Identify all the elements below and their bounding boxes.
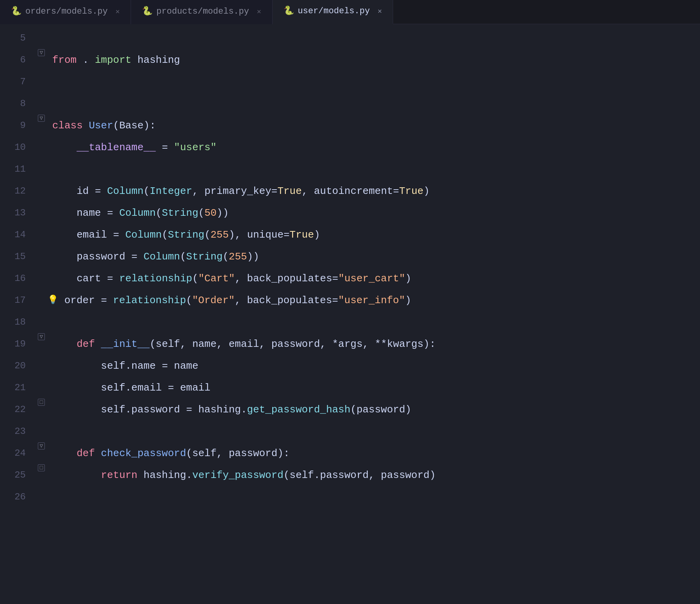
line-number: 26 [0,486,35,508]
line-number: 25 [0,464,35,486]
fold-gutter[interactable]: ▽ [35,442,48,449]
code-line-6: 6 ▽ from . import hashing [0,49,700,71]
code-line-24: 24 ▽ def check_password(self, password): [0,442,700,464]
code-line-8: 8 [0,93,700,115]
code-line-18: 18 [0,311,700,333]
tab-user-models[interactable]: 🐍 user/models.py ✕ [273,0,393,24]
code-content: password = Column(String(255)) [48,246,700,268]
line-number: 11 [0,158,35,180]
tab-products-models[interactable]: 🐍 products/models.py ✕ [131,0,272,24]
code-content: self.password = hashing.get_password_has… [48,399,700,421]
code-content: def check_password(self, password): [48,442,700,464]
file-icon: 🐍 [284,5,294,18]
tab-close-icon[interactable]: ✕ [257,7,261,18]
tab-label: user/models.py [298,5,370,18]
line-number: 13 [0,202,35,224]
line-number: 10 [0,137,35,158]
code-line-19: 19 ▽ def __init__(self, name, email, pas… [0,333,700,355]
line-number: 20 [0,355,35,377]
tab-close-icon[interactable]: ✕ [115,7,120,18]
code-content: id = Column(Integer, primary_key=True, a… [48,180,700,202]
code-content: cart = relationship("Cart", back_populat… [48,268,700,290]
code-line-20: 20 self.name = name [0,355,700,377]
code-line-25: 25 □ return hashing.verify_password(self… [0,464,700,486]
code-line-22: 22 □ self.password = hashing.get_passwor… [0,399,700,421]
line-number: 12 [0,180,35,202]
fold-gutter[interactable]: ▽ [35,49,48,56]
line-number: 16 [0,268,35,290]
editor-window: 🐍 orders/models.py ✕ 🐍 products/models.p… [0,0,700,508]
code-content: def __init__(self, name, email, password… [48,333,700,355]
line-number: 15 [0,246,35,268]
code-line-21: 21 self.email = email [0,377,700,399]
tab-label: orders/models.py [25,5,108,18]
editor-body[interactable]: 5 6 ▽ from . import hashing 7 8 9 ▽ clas… [0,24,700,508]
code-line-14: 14 email = Column(String(255), unique=Tr… [0,224,700,246]
line-number: 22 [0,399,35,421]
code-content: order = relationship("Order", back_popul… [60,290,700,311]
code-line-12: 12 id = Column(Integer, primary_key=True… [0,180,700,202]
fold-gutter[interactable]: □ [35,464,48,471]
line-number: 6 [0,49,35,71]
code-line-13: 13 name = Column(String(50)) [0,202,700,224]
code-content: from . import hashing [48,49,700,71]
tab-bar: 🐍 orders/models.py ✕ 🐍 products/models.p… [0,0,700,24]
code-line-15: 15 password = Column(String(255)) [0,246,700,268]
fold-gutter[interactable]: □ [35,399,48,406]
code-line-17: 17 💡 order = relationship("Order", back_… [0,290,700,311]
line-number: 14 [0,224,35,246]
code-line-9: 9 ▽ class User(Base): [0,115,700,137]
code-content: email = Column(String(255), unique=True) [48,224,700,246]
code-content: class User(Base): [48,115,700,137]
fold-gutter[interactable]: ▽ [35,333,48,340]
code-content: __tablename__ = "users" [48,137,700,158]
file-icon: 🐍 [142,5,152,18]
line-number: 18 [0,311,35,333]
line-number: 5 [0,27,35,49]
code-line-16: 16 cart = relationship("Cart", back_popu… [0,268,700,290]
file-icon: 🐍 [11,5,21,18]
tab-orders-models[interactable]: 🐍 orders/models.py ✕ [0,0,131,24]
code-line-26: 26 [0,486,700,508]
line-number: 23 [0,421,35,442]
code-line-11: 11 [0,158,700,180]
line-number: 21 [0,377,35,399]
code-content: name = Column(String(50)) [48,202,700,224]
line-number: 8 [0,93,35,115]
tab-close-icon[interactable]: ✕ [377,6,382,17]
line-number: 9 [0,115,35,137]
line-number: 17 [0,290,35,311]
line-number: 19 [0,333,35,355]
code-line-7: 7 [0,71,700,93]
code-line-23: 23 [0,421,700,442]
fold-gutter[interactable]: ▽ [35,115,48,122]
hint-bulb-icon[interactable]: 💡 [48,290,58,311]
code-content: self.name = name [48,355,700,377]
code-content: return hashing.verify_password(self.pass… [48,464,700,486]
code-line-5: 5 [0,27,700,49]
tab-label: products/models.py [156,5,249,18]
line-number: 24 [0,442,35,464]
code-line-10: 10 __tablename__ = "users" [0,137,700,158]
code-content: self.email = email [48,377,700,399]
line-number: 7 [0,71,35,93]
